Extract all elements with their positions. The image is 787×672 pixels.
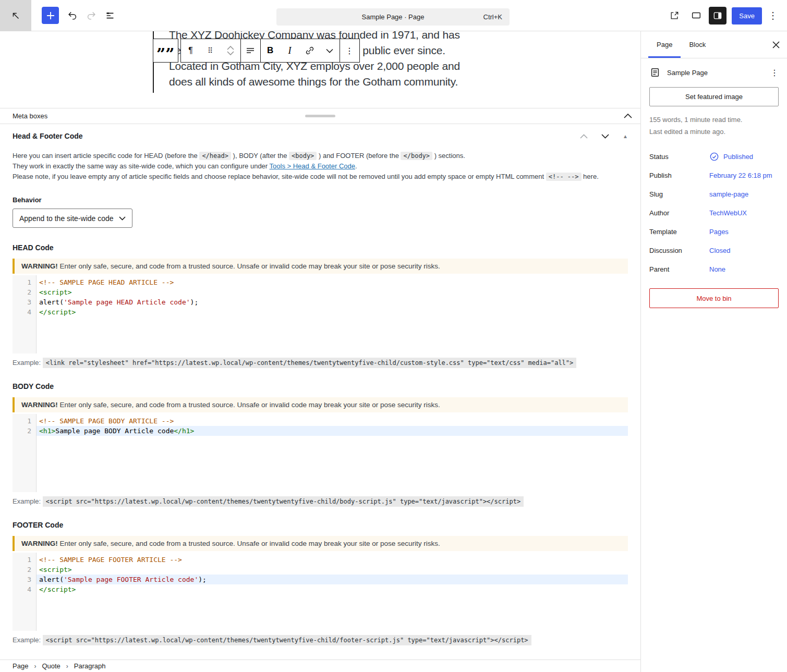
- field-slug: Slug sample-page: [649, 185, 779, 203]
- drag-handle[interactable]: ⠿: [201, 39, 221, 62]
- field-label: Author: [649, 209, 709, 217]
- discussion-button[interactable]: Closed: [709, 247, 730, 254]
- parent-button[interactable]: None: [709, 265, 725, 273]
- code-lines[interactable]: <!-- SAMPLE PAGE BODY ARTICLE --><h1>Sam…: [37, 414, 628, 492]
- field-label: Publish: [649, 172, 709, 179]
- code-line[interactable]: <!-- SAMPLE PAGE FOOTER ARTICLE -->: [37, 555, 628, 565]
- head-code-editor[interactable]: 1234 <!-- SAMPLE PAGE HEAD ARTICLE --><s…: [13, 275, 628, 353]
- breadcrumb-quote[interactable]: Quote: [42, 662, 60, 670]
- code-line[interactable]: <h1>Sample page BODY Article code</h1>: [37, 426, 628, 436]
- document-actions-button[interactable]: ⋮: [770, 68, 779, 78]
- move-down-button[interactable]: [601, 134, 609, 139]
- parent-block-group: ””: [153, 39, 178, 63]
- behavior-select[interactable]: Append to the site-wide code: [13, 209, 132, 228]
- undo-icon: [67, 10, 78, 21]
- code-line[interactable]: <!-- SAMPLE PAGE BODY ARTICLE -->: [37, 416, 628, 426]
- command-palette-button[interactable]: Sample Page · Page Ctrl+K: [276, 8, 510, 26]
- align-text-button[interactable]: [240, 39, 260, 62]
- breadcrumb-page[interactable]: Page: [13, 662, 28, 670]
- behavior-selected-value: Append to the site-wide code: [19, 214, 114, 223]
- close-sidebar-button[interactable]: [772, 31, 780, 58]
- move-up-button[interactable]: [580, 134, 588, 139]
- align-left-icon: [245, 45, 256, 56]
- meta-boxes-resize-handle[interactable]: [305, 115, 335, 117]
- bold-button[interactable]: B: [260, 39, 280, 62]
- exit-editor-button[interactable]: [0, 0, 31, 31]
- quote-block-button[interactable]: ””: [153, 39, 178, 62]
- meta-boxes-bar: Meta boxes: [0, 108, 640, 124]
- description-text: They work in exactly the same way as sit…: [13, 162, 270, 170]
- bold-icon: B: [267, 45, 273, 56]
- page-document-icon: [649, 67, 661, 78]
- head-example: Example: <link rel="stylesheet" href="ht…: [13, 359, 628, 366]
- move-down-icon[interactable]: [227, 51, 234, 55]
- redo-button[interactable]: [82, 6, 101, 25]
- code-line[interactable]: </script>: [37, 307, 628, 317]
- example-code: <link rel="stylesheet" href="https://lat…: [43, 358, 576, 368]
- tab-block[interactable]: Block: [681, 31, 714, 58]
- field-publish: Publish February 22 6:18 pm: [649, 166, 779, 185]
- warning-text: Enter only safe, secure, and code from a…: [58, 262, 440, 270]
- warning-bold: WARNING!: [21, 401, 58, 409]
- close-icon: [772, 41, 780, 48]
- paragraph-block-button[interactable]: ¶: [181, 39, 201, 62]
- options-menu-button[interactable]: ⋮: [765, 10, 781, 21]
- code-line[interactable]: alert('Sample page FOOTER Article code')…: [37, 575, 628, 584]
- warning-bold: WARNING!: [21, 540, 58, 547]
- sidebar-header: Page Block: [641, 31, 787, 58]
- document-overview-button[interactable]: [101, 6, 119, 25]
- code-line[interactable]: <!-- SAMPLE PAGE HEAD ARTICLE -->: [37, 277, 628, 287]
- chevron-right-icon: ›: [66, 663, 68, 670]
- block-options-button[interactable]: ⋮: [340, 39, 359, 62]
- tab-page[interactable]: Page: [648, 31, 681, 58]
- code-lines[interactable]: <!-- SAMPLE PAGE FOOTER ARTICLE --><scri…: [37, 553, 628, 631]
- quote-icon: ””: [156, 44, 175, 57]
- more-formatting-button[interactable]: [320, 39, 340, 62]
- example-label: Example:: [13, 359, 41, 366]
- toggle-panel-button[interactable]: ▲: [623, 133, 628, 139]
- code-line[interactable]: <script>: [37, 565, 628, 575]
- meta-boxes-collapse-button[interactable]: [624, 114, 632, 118]
- chevron-up-icon: [580, 134, 588, 139]
- description-text: Here you can insert article specific cod…: [13, 152, 199, 160]
- slug-button[interactable]: sample-page: [709, 190, 748, 198]
- tools-settings-link[interactable]: Tools > Head & Footer Code: [270, 162, 355, 170]
- block-movers[interactable]: [221, 39, 240, 62]
- footer-code-heading: FOOTER Code: [13, 521, 628, 529]
- status-value-button[interactable]: Published: [709, 152, 753, 162]
- head-footer-code-metabox: Head & Footer Code ▲ Here you can insert…: [0, 125, 640, 659]
- description-text: .: [355, 162, 357, 170]
- sidebar-icon: [712, 10, 723, 21]
- view-page-button[interactable]: [665, 6, 684, 25]
- body-code-editor[interactable]: 12 <!-- SAMPLE PAGE BODY ARTICLE --><h1>…: [13, 414, 628, 492]
- move-up-icon[interactable]: [227, 46, 234, 50]
- code-line[interactable]: alert('Sample page HEAD Article code');: [37, 297, 628, 307]
- chevron-down-icon: [601, 134, 609, 139]
- field-label: Parent: [649, 265, 709, 273]
- code-line[interactable]: <script>: [37, 287, 628, 297]
- template-button[interactable]: Pages: [709, 228, 729, 236]
- set-featured-image-button[interactable]: Set featured image: [649, 87, 779, 106]
- settings-sidebar-toggle[interactable]: [709, 7, 727, 25]
- chevron-right-icon: ›: [34, 663, 36, 670]
- body-example: Example: <script src="https://latest.wp.…: [13, 497, 628, 505]
- body-warning-notice: WARNING! Enter only safe, secure, and co…: [13, 397, 628, 412]
- external-link-icon: [669, 10, 680, 21]
- link-icon: [304, 45, 316, 56]
- save-button[interactable]: Save: [732, 7, 762, 25]
- chevron-up-icon: [624, 114, 632, 118]
- move-to-bin-button[interactable]: Move to bin: [649, 288, 779, 308]
- sidebar-document-title: Sample Page: [667, 69, 708, 77]
- block-inserter-button[interactable]: [42, 7, 59, 24]
- italic-button[interactable]: I: [280, 39, 300, 62]
- footer-code-editor[interactable]: 1234 <!-- SAMPLE PAGE FOOTER ARTICLE -->…: [13, 553, 628, 631]
- undo-button[interactable]: [63, 6, 82, 25]
- redo-icon: [86, 10, 97, 21]
- author-button[interactable]: TechWebUX: [709, 209, 747, 217]
- preview-button[interactable]: [687, 6, 706, 25]
- code-lines[interactable]: <!-- SAMPLE PAGE HEAD ARTICLE --><script…: [37, 275, 628, 353]
- description-text: ), BODY (after the: [231, 152, 289, 160]
- publish-date-button[interactable]: February 22 6:18 pm: [709, 172, 772, 179]
- code-line[interactable]: </script>: [37, 584, 628, 594]
- link-button[interactable]: [300, 39, 320, 62]
